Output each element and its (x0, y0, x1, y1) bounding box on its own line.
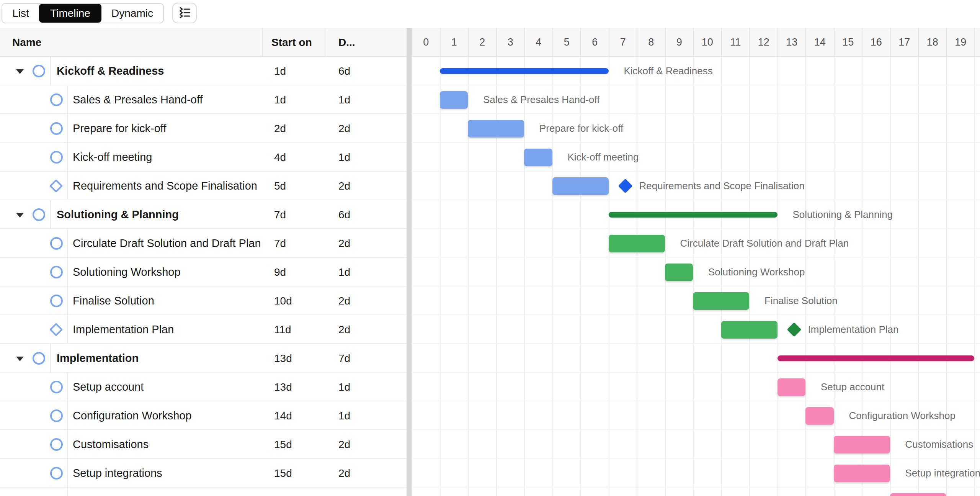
gantt-summary-bar[interactable] (440, 68, 609, 74)
task-status-circle-icon[interactable] (33, 352, 45, 365)
start-on-value[interactable]: 5d (274, 172, 286, 200)
day-header-cell: 10 (693, 28, 721, 57)
gantt-milestone-diamond[interactable] (787, 322, 801, 337)
table-row[interactable]: Circulate Draft Solution and Draft Plan7… (0, 229, 407, 258)
duration-value[interactable]: 1d (338, 258, 350, 286)
gantt-bar[interactable] (834, 436, 890, 453)
table-row[interactable]: Implementation Plan11d2d (0, 315, 407, 344)
table-row[interactable]: Requirements and Scope Finalisation5d2d (0, 172, 407, 200)
table-row[interactable]: Finalise Solution10d2d (0, 286, 407, 315)
collapse-toggle-icon[interactable] (16, 213, 24, 218)
start-on-value[interactable]: 7d (274, 200, 286, 229)
start-on-value[interactable]: 15d (274, 430, 292, 459)
indent-guide (67, 373, 68, 401)
gantt-row: Setup integrations (412, 459, 980, 488)
duration-value[interactable]: 2d (338, 459, 350, 488)
table-row[interactable]: Solutioning Workshop9d1d (0, 258, 407, 286)
task-status-circle-icon[interactable] (50, 122, 63, 135)
gantt-bar[interactable] (834, 465, 890, 482)
column-header-start-on[interactable]: Start on (271, 28, 312, 57)
start-on-value[interactable]: 13d (274, 373, 292, 401)
duration-value[interactable]: 2d (338, 172, 350, 200)
gantt-bar[interactable] (524, 149, 552, 166)
outline-list-button[interactable] (172, 3, 197, 23)
gantt-row: Setup account (412, 373, 980, 401)
start-on-value[interactable]: 13d (274, 344, 292, 373)
task-status-circle-icon[interactable] (50, 295, 63, 307)
column-header-name[interactable]: Name (12, 28, 41, 57)
table-row[interactable]: Kickoff & Readiness1d6d (0, 57, 407, 85)
table-row[interactable]: Sales & Presales Hand-off1d1d (0, 85, 407, 114)
collapse-toggle-icon[interactable] (16, 69, 24, 74)
gantt-bar[interactable] (468, 120, 524, 138)
duration-value[interactable]: 6d (338, 57, 350, 85)
task-status-circle-icon[interactable] (50, 266, 63, 278)
gantt-bar[interactable] (440, 91, 468, 109)
duration-value[interactable]: 2d (338, 114, 350, 143)
day-header-cell: 19 (946, 28, 975, 57)
table-row[interactable] (0, 488, 407, 496)
duration-value[interactable]: 2d (338, 315, 350, 344)
table-row[interactable]: Prepare for kick-off2d2d (0, 114, 407, 143)
duration-value[interactable]: 1d (338, 401, 350, 430)
task-status-circle-icon[interactable] (50, 151, 63, 164)
duration-value[interactable]: 2d (338, 229, 350, 258)
gantt-bar[interactable] (693, 292, 749, 310)
task-status-circle-icon[interactable] (50, 93, 63, 106)
start-on-value[interactable]: 11d (274, 315, 291, 344)
task-status-circle-icon[interactable] (50, 237, 63, 250)
gantt-bar[interactable] (552, 177, 609, 195)
day-header-cell: 11 (721, 28, 750, 57)
duration-value[interactable]: 2d (338, 430, 350, 459)
table-row[interactable]: Kick-off meeting4d1d (0, 143, 407, 172)
start-on-value[interactable]: 9d (274, 258, 286, 286)
duration-value[interactable]: 6d (338, 200, 350, 229)
task-status-circle-icon[interactable] (50, 467, 63, 480)
duration-value[interactable]: 2d (338, 286, 350, 315)
table-row[interactable]: Setup integrations15d2d (0, 459, 407, 488)
day-header-cell: 14 (805, 28, 834, 57)
task-status-circle-icon[interactable] (50, 381, 63, 393)
indent-guide (67, 488, 68, 496)
task-status-circle-icon[interactable] (33, 208, 45, 221)
collapse-toggle-icon[interactable] (16, 357, 24, 361)
start-on-value[interactable]: 2d (274, 114, 286, 143)
gantt-bar[interactable] (777, 378, 806, 396)
start-on-value[interactable]: 15d (274, 459, 292, 488)
start-on-value[interactable]: 1d (274, 57, 286, 85)
table-row[interactable]: Customisations15d2d (0, 430, 407, 459)
duration-value[interactable]: 1d (338, 143, 350, 172)
tab-timeline[interactable]: Timeline (39, 4, 101, 23)
column-header-duration[interactable]: D... (338, 28, 355, 57)
gantt-bar[interactable] (665, 264, 693, 281)
gantt-summary-bar[interactable] (609, 212, 777, 218)
start-on-value[interactable]: 14d (274, 401, 292, 430)
tab-dynamic[interactable]: Dynamic (101, 4, 163, 23)
gantt-bar[interactable] (721, 321, 777, 339)
gantt-bar[interactable] (609, 235, 665, 252)
table-row[interactable]: Implementation13d7d (0, 344, 407, 373)
task-status-circle-icon[interactable] (50, 409, 63, 422)
start-on-value[interactable]: 7d (274, 229, 286, 258)
milestone-diamond-icon[interactable] (49, 179, 63, 193)
start-on-value[interactable]: 4d (274, 143, 286, 172)
table-row[interactable]: Setup account13d1d (0, 373, 407, 401)
duration-value[interactable]: 1d (338, 373, 350, 401)
duration-value[interactable]: 1d (338, 85, 350, 114)
task-status-circle-icon[interactable] (33, 65, 45, 77)
gantt-bar[interactable] (805, 407, 834, 425)
gantt-summary-bar[interactable] (777, 355, 975, 361)
gantt-milestone-diamond[interactable] (618, 178, 632, 193)
gantt-bar[interactable] (890, 493, 946, 496)
start-on-value[interactable]: 1d (274, 85, 286, 114)
pane-resizer[interactable] (407, 28, 412, 496)
tab-list[interactable]: List (2, 4, 39, 23)
row-name: Implementation (57, 344, 139, 373)
duration-value[interactable]: 7d (338, 344, 350, 373)
task-status-circle-icon[interactable] (50, 438, 63, 451)
milestone-diamond-icon[interactable] (49, 323, 63, 336)
day-header-cell: 8 (637, 28, 665, 57)
table-row[interactable]: Solutioning & Planning7d6d (0, 200, 407, 229)
table-row[interactable]: Configuration Workshop14d1d (0, 401, 407, 430)
start-on-value[interactable]: 10d (274, 286, 292, 315)
